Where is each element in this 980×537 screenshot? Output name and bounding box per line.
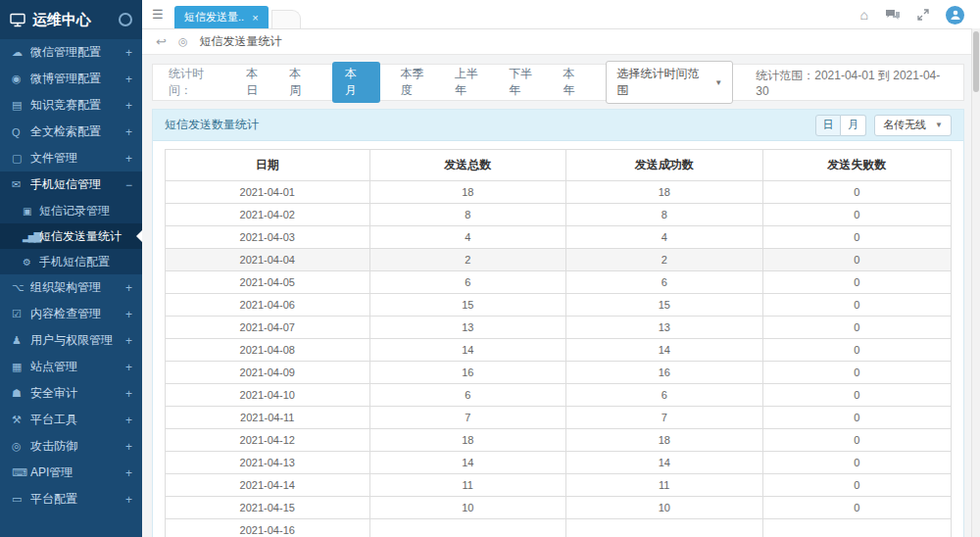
table-row[interactable]: 2021-04-1411110: [166, 474, 952, 497]
checkbox-icon: ☑: [12, 308, 30, 320]
sidebar-item-wechat[interactable]: ☁微信管理配置+: [0, 39, 142, 66]
filter-label: 统计时间：: [169, 66, 225, 99]
table-row[interactable]: 2021-04-04220: [166, 249, 952, 271]
sidebar-item-label: 安全审计: [30, 385, 125, 402]
sidebar-item-label: 攻击防御: [30, 438, 125, 455]
content-area: 统计时间： 本日本周本月本季度上半年下半年本年 选择统计时间范围 ▼ 统计范围：…: [142, 55, 980, 537]
table-cell: 13: [566, 317, 763, 339]
topbar: ☰ 短信发送量.. × ⌂: [142, 0, 980, 29]
table-cell: 2021-04-10: [166, 384, 370, 407]
sidebar-item-sites[interactable]: ▦站点管理+: [0, 354, 142, 380]
main-area: ☰ 短信发送量.. × ⌂: [142, 0, 980, 537]
scrollbar-thumb[interactable]: [973, 31, 979, 92]
table-row[interactable]: 2021-04-1314140: [166, 452, 952, 474]
sidebar-subitem-sms-stats[interactable]: ▂▅▇短信发送量统计: [0, 223, 142, 249]
expand-plus-icon: +: [125, 99, 132, 113]
sidebar-item-label: 平台配置: [30, 491, 125, 508]
sidebar-subitem-sms-config[interactable]: ⚙手机短信配置: [0, 249, 142, 274]
panel-header: 短信发送数量统计 日 月 名传无线 ▼: [153, 110, 963, 141]
tab-label: 短信发送量..: [184, 10, 244, 24]
day-view-button[interactable]: 日: [815, 115, 841, 136]
expand-plus-icon: +: [125, 334, 132, 348]
sidebar-item-quiz[interactable]: ▤知识竞赛配置+: [0, 92, 142, 119]
filter-option[interactable]: 下半年: [509, 66, 542, 99]
sidebar-item-label: 文件管理: [30, 150, 125, 167]
shield-icon: ☗: [12, 387, 30, 400]
sidebar-item-platform-tools[interactable]: ⚒平台工具+: [0, 407, 142, 433]
carrier-select-value: 名传无线: [883, 118, 926, 132]
table-row[interactable]: 2021-04-0615150: [166, 294, 952, 317]
filter-option[interactable]: 本年: [564, 66, 586, 99]
table-cell: 0: [762, 317, 951, 339]
sidebar-item-security-audit[interactable]: ☗安全审计+: [0, 380, 142, 407]
table-row[interactable]: 2021-04-05660: [166, 271, 952, 294]
filter-option[interactable]: 本周: [289, 66, 312, 99]
table-cell: 2: [566, 249, 763, 271]
sidebar-item-content-check[interactable]: ☑内容检查管理+: [0, 301, 142, 327]
table-cell: 4: [369, 226, 566, 249]
table-row[interactable]: 2021-04-0118180: [166, 181, 952, 204]
table-row[interactable]: 2021-04-0814140: [166, 339, 952, 362]
home-icon[interactable]: ⌂: [860, 8, 868, 22]
sidebar-item-api[interactable]: ⌨API管理+: [0, 460, 142, 486]
table-row[interactable]: 2021-04-10660: [166, 384, 952, 407]
tab-sms-volume[interactable]: 短信发送量.. ×: [174, 6, 269, 28]
filter-option[interactable]: 上半年: [455, 66, 488, 99]
tab-close-icon[interactable]: ×: [252, 12, 258, 24]
table-cell: [762, 519, 951, 537]
sidebar-item-users-permissions[interactable]: ♟用户与权限管理+: [0, 327, 142, 354]
sms-records-icon: ▣: [23, 206, 39, 217]
table-cell: 8: [566, 204, 763, 226]
table-row[interactable]: 2021-04-1218180: [166, 429, 952, 452]
sidebar-toggle-icon[interactable]: ☰: [152, 7, 164, 22]
table-header-row: 日期发送总数发送成功数发送失败数: [166, 150, 952, 181]
date-range-dropdown-button[interactable]: 选择统计时间范围 ▼: [606, 61, 733, 104]
sidebar-item-platform-config[interactable]: ▭平台配置+: [0, 486, 142, 513]
table-cell: 15: [369, 294, 566, 317]
table-row[interactable]: 2021-04-0916160: [166, 362, 952, 384]
table-cell: 2021-04-14: [166, 474, 370, 497]
filter-option[interactable]: 本季度: [401, 66, 434, 99]
table-row[interactable]: 2021-04-11770: [166, 407, 952, 429]
table-row[interactable]: 2021-04-16: [166, 519, 952, 537]
org-chart-icon: ⌥: [12, 281, 30, 294]
table-body: 2021-04-01181802021-04-028802021-04-0344…: [166, 181, 952, 537]
expand-plus-icon: +: [125, 46, 132, 60]
sidebar-item-label: 微信管理配置: [30, 44, 125, 61]
sidebar-item-org[interactable]: ⌥组织架构管理+: [0, 274, 142, 301]
column-header: 发送总数: [369, 150, 566, 181]
user-avatar[interactable]: [946, 6, 964, 24]
table-cell: 4: [566, 226, 763, 249]
carrier-select[interactable]: 名传无线 ▼: [874, 115, 952, 136]
sidebar-item-weibo[interactable]: ◉微博管理配置+: [0, 66, 142, 92]
comments-icon[interactable]: [885, 9, 901, 21]
table-cell: 6: [369, 271, 566, 294]
table-row[interactable]: 2021-04-1510100: [166, 497, 952, 519]
fullscreen-icon[interactable]: [917, 9, 929, 21]
page-scrollbar[interactable]: [971, 28, 980, 537]
file-icon: ▢: [12, 152, 30, 165]
sidebar-item-attack-defense[interactable]: ◎攻击防御+: [0, 433, 142, 460]
table-cell: 0: [762, 429, 951, 452]
table-row[interactable]: 2021-04-02880: [166, 204, 952, 226]
sidebar-item-fulltext-search[interactable]: Q全文检索配置+: [0, 119, 142, 145]
sidebar-item-sms[interactable]: ✉手机短信管理−: [0, 171, 142, 198]
filter-option[interactable]: 本日: [246, 66, 269, 99]
table-cell: 2021-04-15: [166, 497, 370, 519]
filter-option[interactable]: 本月: [332, 62, 380, 103]
tab-ghost: [271, 10, 301, 28]
table-cell: 11: [369, 474, 566, 497]
month-view-button[interactable]: 月: [841, 115, 866, 136]
sidebar-subitem-sms-records[interactable]: ▣短信记录管理: [0, 198, 142, 223]
sidebar-item-label: 平台工具: [30, 412, 125, 428]
sidebar-collapse-toggle-icon[interactable]: [119, 13, 132, 26]
table-cell: 18: [566, 429, 763, 452]
sidebar-item-label: 全文检索配置: [30, 123, 125, 140]
table-cell: 15: [566, 294, 763, 317]
breadcrumb: ↩ ◎ 短信发送量统计: [142, 29, 980, 55]
view-toggle: 日 月: [815, 115, 866, 136]
table-row[interactable]: 2021-04-0713130: [166, 317, 952, 339]
sidebar-item-files[interactable]: ▢文件管理+: [0, 145, 142, 171]
table-row[interactable]: 2021-04-03440: [166, 226, 952, 249]
back-arrow-icon[interactable]: ↩: [156, 34, 167, 49]
